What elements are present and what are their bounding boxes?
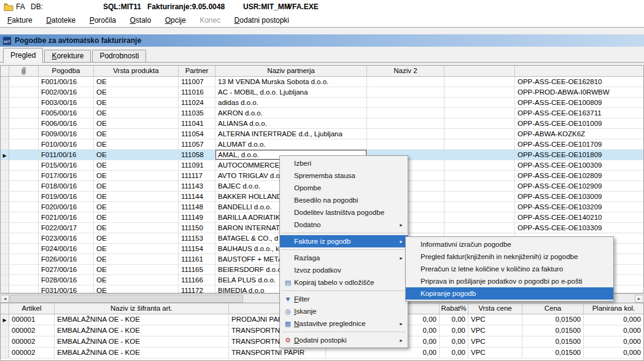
cell-pogodba[interactable]: F011/00/16 xyxy=(39,150,94,160)
cell-pogodba[interactable]: F022/00/17 xyxy=(39,223,94,233)
row-selector-cell[interactable]: ▶ xyxy=(1,275,9,285)
context-menu-item[interactable]: Sprememba stausa ► xyxy=(280,169,408,182)
attachment-cell[interactable] xyxy=(9,275,39,285)
cell-unnamed[interactable] xyxy=(444,139,515,149)
cell-naziv-partnerja[interactable]: adidas d.o.o. xyxy=(215,98,367,107)
attachment-cell[interactable] xyxy=(9,87,39,97)
attachment-cell[interactable] xyxy=(9,118,39,128)
cell-cena[interactable]: 0,01500 xyxy=(522,347,584,358)
cell-opp[interactable]: OPP-ASS-CEE-OE101709 xyxy=(515,139,643,149)
attachments-column-header[interactable] xyxy=(9,66,39,76)
cell-partner[interactable]: 111153 xyxy=(179,233,215,243)
submenu-item[interactable]: Pregled faktur(knjiženih in neknjiženih)… xyxy=(406,250,613,263)
cell-partner[interactable]: 111058 xyxy=(179,150,215,160)
cell-vrsta-produkta[interactable]: OE xyxy=(94,98,179,107)
cell-cena[interactable]: 0,01500 xyxy=(522,325,584,336)
column-header-opp[interactable] xyxy=(515,66,643,76)
row-selector-cell[interactable]: ▶ xyxy=(1,244,9,254)
cell-naziv2[interactable] xyxy=(367,108,444,118)
cell-naziv-partnerja[interactable]: ALUMAT d.o.o. xyxy=(215,139,367,149)
context-menu-item[interactable]: Opombe ► xyxy=(280,182,408,194)
cell-unnamed[interactable] xyxy=(444,108,515,118)
row-selector-cell[interactable]: ▶ xyxy=(1,192,9,201)
cell-partner[interactable]: 111117 xyxy=(179,171,215,180)
column-header-naziv-partnerja[interactable]: Naziv partnerja xyxy=(215,66,367,76)
attachment-cell[interactable] xyxy=(9,192,39,201)
cell-artikel[interactable]: 000001 xyxy=(9,314,55,325)
context-menu-item[interactable]: ⚙ Dodatni postopki ► xyxy=(280,334,408,346)
cell-naziv2[interactable] xyxy=(367,98,444,107)
window-icon[interactable]: MIT xyxy=(3,37,11,45)
tab[interactable]: Pregled xyxy=(3,48,43,63)
row-selector-cell[interactable]: ▶ xyxy=(1,77,9,87)
cell-partner[interactable]: 111091 xyxy=(179,160,215,170)
cell-pogodba[interactable]: F003/00/16 xyxy=(39,98,94,107)
cell-pogodba[interactable]: F028/00/16 xyxy=(39,275,94,285)
row-selector-cell[interactable]: ▶ xyxy=(1,129,9,139)
cell-opp[interactable]: OPP-ASS-CEE-OE102909 xyxy=(515,181,643,191)
cell-pogodba[interactable]: F026/00/16 xyxy=(39,254,94,264)
cell-naziv2[interactable] xyxy=(367,129,444,139)
row-selector-cell[interactable]: ▶ xyxy=(1,223,9,233)
column-header-partner[interactable]: Partner xyxy=(179,66,215,76)
context-menu-item[interactable]: Besedilo na pogodbi ► xyxy=(280,194,408,206)
cell-pogodba[interactable]: F015/00/16 xyxy=(39,160,94,170)
context-menu-item[interactable]: ◎ Iskanje ► xyxy=(280,305,408,317)
cell-rabat[interactable]: 0,00 xyxy=(440,336,468,347)
cell-partner[interactable]: 111024 xyxy=(179,98,215,107)
cell-partner[interactable]: 111172 xyxy=(179,285,215,293)
row-selector-cell[interactable]: ▶ xyxy=(1,265,9,274)
row-selector-cell[interactable]: ▶ xyxy=(1,87,9,97)
row-selector-cell[interactable]: ▶ xyxy=(1,285,9,293)
cell-artikel[interactable]: 000002 xyxy=(9,325,55,336)
attachment-cell[interactable] xyxy=(9,139,39,149)
attachment-cell[interactable] xyxy=(9,129,39,139)
cell-vrsta-cene[interactable]: VPC xyxy=(468,347,522,358)
cell-vrsta-produkta[interactable]: OE xyxy=(94,285,179,293)
submenu-item[interactable]: Priprava in pošiljanje podatkov o pogodb… xyxy=(406,275,613,287)
attachment-cell[interactable] xyxy=(9,265,39,274)
column-header-vrsta-cene[interactable]: Vrsta cene xyxy=(468,303,522,314)
cell-naziv-partnerja[interactable]: 13 M VENDA Murska Sobota d.o.o. xyxy=(215,77,367,87)
cell-naziv-partnerja[interactable]: AC - MOBIL, d.o.o. Ljubljana xyxy=(215,87,367,97)
cell-unnamed[interactable] xyxy=(444,150,515,160)
cell-naziv-artikla[interactable]: EMBALAŽNINA OE - KOE xyxy=(55,314,229,325)
context-menu-item[interactable]: Izvoz podatkov ► xyxy=(280,264,408,276)
attachment-cell[interactable] xyxy=(9,244,39,254)
cell-partner[interactable]: 111144 xyxy=(179,192,215,201)
attachment-cell[interactable] xyxy=(9,150,39,160)
row-selector-cell[interactable]: ▶ xyxy=(1,171,9,180)
cell-vrsta-produkta[interactable]: OE xyxy=(94,150,179,160)
row-selector-cell[interactable]: ▶ xyxy=(1,98,9,107)
cell-unnamed[interactable] xyxy=(444,129,515,139)
cell-vrsta-produkta[interactable]: OE xyxy=(94,129,179,139)
row-selector-cell[interactable]: ▶ xyxy=(1,325,9,336)
context-menu-item[interactable]: Fakture iz pogodb ► xyxy=(280,235,408,247)
scrollbar-thumb[interactable] xyxy=(10,295,243,303)
cell-pogodba[interactable]: F006/00/16 xyxy=(39,118,94,128)
cell-unnamed[interactable] xyxy=(444,77,515,87)
cell-vrsta-produkta[interactable]: OE xyxy=(94,77,179,87)
row-selector-cell[interactable]: ▶ xyxy=(1,160,9,170)
cell-opp[interactable]: OPP-ASS-CEE-OE100309 xyxy=(515,160,643,170)
cell-unnamed[interactable] xyxy=(444,192,515,201)
cell-opp[interactable]: OPP-ASS-CEE-OE102809 xyxy=(515,171,643,180)
cell-naziv2[interactable] xyxy=(367,139,444,149)
cell-vrsta-produkta[interactable]: OE xyxy=(94,192,179,201)
scroll-left-button[interactable]: ◄ xyxy=(1,295,9,303)
scroll-right-button[interactable]: ► xyxy=(635,295,643,303)
cell-unnamed[interactable] xyxy=(444,181,515,191)
cell-naziv-artikla[interactable]: EMBALAŽNINA OE - KOE xyxy=(55,347,229,358)
column-header-vrsta-produkta[interactable]: Vrsta produkta xyxy=(94,66,179,76)
cell-vrsta-produkta[interactable]: OE xyxy=(94,118,179,128)
context-menu-item[interactable]: Dodatno ► xyxy=(280,219,408,231)
cell-vrsta-produkta[interactable]: OE xyxy=(94,139,179,149)
cell-opp[interactable]: OPP-ASS-CEE-OE163711 xyxy=(515,108,643,118)
cell-opp[interactable]: OPP-ABWA-KOZK6Z xyxy=(515,129,643,139)
menubar-item[interactable]: Poročila xyxy=(84,14,122,27)
cell-partner[interactable]: 111166 xyxy=(179,275,215,285)
cell-opp[interactable]: OPP-ASS-CEE-OE162810 xyxy=(515,77,643,87)
cell-cena[interactable]: 0,01500 xyxy=(522,314,584,325)
cell-vrsta-produkta[interactable]: OE xyxy=(94,223,179,233)
cell-vrsta-produkta[interactable]: OE xyxy=(94,275,179,285)
